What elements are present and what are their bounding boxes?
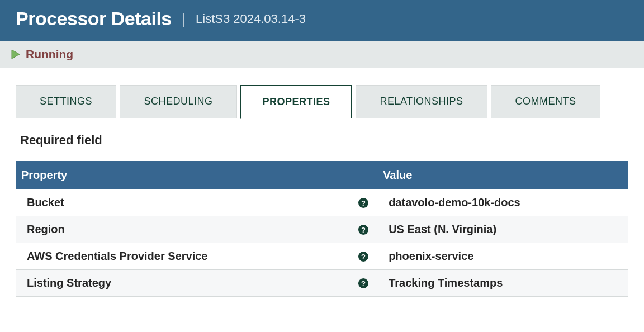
status-bar: Running	[0, 41, 644, 68]
property-name: Listing Strategy	[27, 277, 111, 290]
properties-table: Property Value Bucket ? datavolo-demo-10…	[16, 161, 628, 297]
running-icon	[10, 49, 21, 60]
table-row: Listing Strategy ? Tracking Timestamps	[16, 270, 628, 297]
property-value[interactable]: Tracking Timestamps	[377, 270, 628, 297]
svg-text:?: ?	[361, 198, 366, 207]
question-circle-icon[interactable]: ?	[358, 224, 369, 235]
table-row: Bucket ? datavolo-demo-10k-docs	[16, 189, 628, 216]
properties-panel: Required field Property Value Bucket ? d…	[0, 118, 644, 297]
tab-label: COMMENTS	[515, 96, 576, 107]
property-name: Region	[27, 223, 65, 236]
table-row: AWS Credentials Provider Service ? phoen…	[16, 243, 628, 270]
property-value[interactable]: datavolo-demo-10k-docs	[377, 189, 628, 216]
tabs: SETTINGS SCHEDULING PROPERTIES RELATIONS…	[0, 68, 644, 118]
tab-settings[interactable]: SETTINGS	[16, 85, 116, 118]
status-text: Running	[26, 48, 73, 61]
property-name: Bucket	[27, 196, 64, 209]
tab-label: RELATIONSHIPS	[380, 96, 463, 107]
svg-text:?: ?	[361, 279, 366, 287]
svg-text:?: ?	[361, 225, 366, 234]
svg-marker-0	[12, 50, 20, 59]
tab-scheduling[interactable]: SCHEDULING	[120, 85, 237, 118]
property-value[interactable]: US East (N. Virginia)	[377, 216, 628, 243]
header-subtitle: ListS3 2024.03.14-3	[196, 12, 306, 26]
col-header-value[interactable]: Value	[377, 161, 628, 189]
tab-properties[interactable]: PROPERTIES	[240, 85, 352, 119]
tab-label: PROPERTIES	[262, 96, 330, 107]
page-title: Processor Details	[16, 8, 172, 30]
question-circle-icon[interactable]: ?	[358, 197, 369, 208]
property-value[interactable]: phoenix-service	[377, 243, 628, 270]
svg-text:?: ?	[361, 252, 366, 260]
question-circle-icon[interactable]: ?	[358, 251, 369, 262]
tab-label: SETTINGS	[40, 96, 92, 107]
header-divider: |	[182, 10, 186, 28]
table-row: Region ? US East (N. Virginia)	[16, 216, 628, 243]
header: Processor Details | ListS3 2024.03.14-3	[0, 0, 644, 41]
section-title: Required field	[20, 133, 628, 148]
col-header-property[interactable]: Property	[16, 161, 377, 189]
tab-label: SCHEDULING	[144, 96, 212, 107]
question-circle-icon[interactable]: ?	[358, 278, 369, 289]
tab-comments[interactable]: COMMENTS	[491, 85, 600, 118]
property-name: AWS Credentials Provider Service	[27, 250, 207, 263]
tab-relationships[interactable]: RELATIONSHIPS	[356, 85, 487, 118]
